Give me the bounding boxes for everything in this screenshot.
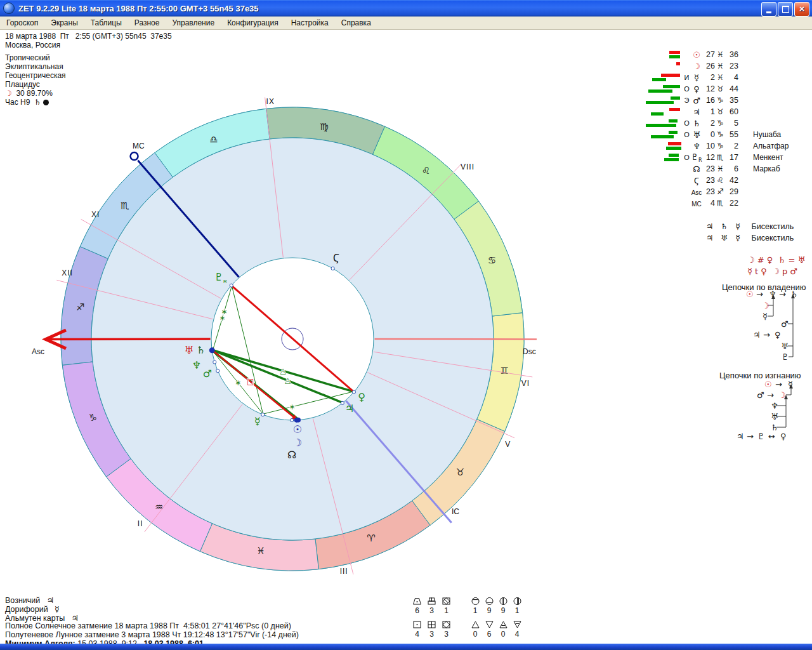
planet-row[interactable]: ☽26♓23 bbox=[643, 60, 812, 72]
stat-value: 4 bbox=[415, 630, 419, 638]
jupiter-icon: ♃ bbox=[47, 595, 54, 605]
aspect-marker: □ bbox=[247, 377, 254, 386]
weakness-bar bbox=[669, 51, 680, 54]
aspect-marker: △ bbox=[285, 376, 291, 385]
strength-bar bbox=[651, 112, 664, 116]
planet-row[interactable]: ♃1♉60 bbox=[643, 106, 812, 117]
sign-glyph: ♑ bbox=[715, 130, 726, 139]
almuten-row: Альмутен карты ♃ bbox=[5, 614, 299, 623]
tri-up-icon bbox=[471, 620, 480, 630]
house-label-II: II bbox=[138, 519, 143, 528]
minute-value: 42 bbox=[726, 176, 738, 185]
sign-glyph: ♓ bbox=[715, 50, 726, 59]
planet-row[interactable]: O♄2♑5 bbox=[643, 117, 812, 129]
house-label-VI: VI bbox=[521, 379, 530, 388]
stat-value: 3 bbox=[429, 630, 434, 638]
voznichiy-row: Возничий ♃ bbox=[5, 596, 299, 605]
element-stats: 631433 bbox=[410, 596, 454, 643]
aspect-marker: △ bbox=[280, 366, 287, 375]
degree-value: 12 bbox=[702, 153, 715, 162]
aspect-marker: ∗ bbox=[289, 402, 295, 411]
bottom-info: Возничий ♃ Дорифорий ☿ Альмутен карты ♃ … bbox=[5, 596, 299, 649]
planet-row[interactable]: ☊23♓6Маркаб bbox=[643, 163, 812, 175]
stat-value: 3 bbox=[444, 630, 449, 638]
chain-symbol: ♃ bbox=[753, 331, 761, 339]
lilith-marker bbox=[331, 267, 334, 270]
planet-row[interactable]: Ϛ23♌42 bbox=[643, 175, 812, 186]
tri-down-icon bbox=[485, 620, 494, 630]
exile-chains-title: Цепочки по изгнанию bbox=[719, 371, 801, 380]
minute-value: 17 bbox=[726, 153, 738, 162]
chain-symbol: ♆ bbox=[771, 402, 778, 410]
hemisphere-stats: 19910604 bbox=[468, 596, 524, 643]
aspect-marker: ∗ bbox=[235, 378, 241, 387]
sign-glyph: ♑ bbox=[715, 142, 726, 150]
degree-value: 16 bbox=[702, 96, 715, 105]
mc-marker bbox=[131, 152, 138, 160]
weakness-bar bbox=[661, 74, 680, 77]
stat-value: 9 bbox=[487, 606, 492, 614]
degree-value: 12 bbox=[702, 84, 715, 93]
mars-marker bbox=[216, 369, 219, 373]
stat-value: 6 bbox=[415, 606, 419, 614]
planet-glyph: MC bbox=[691, 199, 702, 208]
planet-row[interactable]: O♇R12♏17Менкент bbox=[643, 152, 812, 163]
planet-row[interactable]: O♅0♑55Нушаба bbox=[643, 129, 812, 140]
minute-value: 22 bbox=[726, 199, 738, 208]
asc-label: Asc bbox=[32, 347, 44, 356]
chain-symbol: ☽ bbox=[762, 302, 769, 310]
pluto-marker bbox=[230, 284, 233, 287]
mercury-glyph: ☿ bbox=[254, 415, 261, 427]
grid-square-icon bbox=[427, 620, 436, 630]
chain-symbol: ♅ bbox=[781, 342, 789, 350]
degree-value: 2 bbox=[702, 119, 715, 128]
aspect-config-row: ♃ ♄ ☿ Бисекстиль bbox=[706, 222, 794, 231]
degree-value: 23 bbox=[702, 187, 715, 196]
chain-symbol: → bbox=[767, 391, 774, 399]
strength-bar bbox=[663, 85, 680, 88]
planet-glyph: ♅ bbox=[691, 130, 702, 140]
zodiac-sign-virgo: ♍ bbox=[320, 121, 328, 133]
planet-glyph: ♄ bbox=[691, 119, 702, 128]
minute-value: 44 bbox=[726, 84, 738, 93]
dignity-letter: O bbox=[683, 131, 691, 138]
stack-squares-icon bbox=[427, 596, 436, 606]
tri-down-line-icon bbox=[513, 620, 522, 630]
dignity-letter: O bbox=[683, 119, 691, 127]
chain-symbol: → bbox=[763, 331, 770, 339]
degree-value: 23 bbox=[702, 176, 715, 185]
planet-glyph: Ϛ bbox=[691, 176, 702, 185]
minor-aspect-row: ☿ t ♀ ☽ p ♂ bbox=[747, 267, 797, 276]
chain-symbol: ♀ bbox=[775, 331, 781, 339]
strength-bar bbox=[664, 158, 679, 161]
sign-glyph: ♓ bbox=[715, 164, 726, 173]
house-label-V: V bbox=[505, 440, 511, 449]
planet-row[interactable]: ♆10♑2Альатфар bbox=[643, 140, 812, 152]
planet-row[interactable]: Э♂16♑35 bbox=[643, 95, 812, 106]
trapezoid-dot-icon bbox=[412, 596, 422, 606]
planet-row[interactable]: И☿2♓4 bbox=[643, 72, 812, 83]
zodiac-sign-leo: ♌ bbox=[422, 165, 430, 176]
planet-row[interactable]: O♀12♉44 bbox=[643, 83, 812, 95]
planet-row[interactable]: ☉27♓36 bbox=[643, 49, 812, 60]
degree-value: 27 bbox=[702, 50, 715, 59]
planet-glyph: ☊ bbox=[691, 164, 702, 174]
strength-bar bbox=[648, 90, 672, 93]
planet-glyph: ♇R bbox=[691, 152, 702, 163]
config-glyphs: ♃ ♄ ☿ bbox=[706, 222, 743, 231]
chain-symbol: ♂ bbox=[757, 391, 764, 399]
saturn-uranus-cluster-marker bbox=[209, 347, 215, 353]
chain-symbol: ♀ bbox=[780, 432, 787, 441]
planet-row[interactable]: MC4♏22 bbox=[643, 197, 812, 209]
minute-value: 60 bbox=[726, 107, 738, 116]
minute-value: 4 bbox=[726, 73, 738, 82]
planet-row[interactable]: Asc23♐29 bbox=[643, 186, 812, 197]
stat-value: 0 bbox=[501, 630, 506, 638]
degree-value: 4 bbox=[702, 199, 715, 208]
stat-value: 1 bbox=[444, 606, 449, 614]
config-name: Бисекстиль bbox=[752, 222, 794, 231]
degree-value: 23 bbox=[702, 164, 715, 173]
lunar-eclipse-row: Полутеневое Лунное затмение 3 марта 1988… bbox=[5, 631, 299, 640]
chain-symbol: ♇ bbox=[782, 353, 789, 361]
house-label-XII: XII bbox=[62, 269, 73, 277]
